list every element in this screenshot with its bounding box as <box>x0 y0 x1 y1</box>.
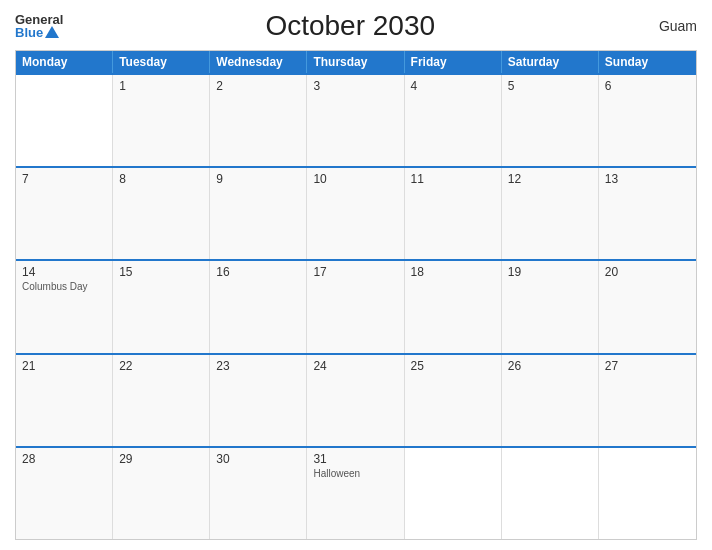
calendar-week-3: 14Columbus Day151617181920 <box>16 259 696 352</box>
calendar-cell <box>502 448 599 539</box>
day-number: 11 <box>411 172 495 186</box>
day-number: 2 <box>216 79 300 93</box>
calendar-cell: 20 <box>599 261 696 352</box>
calendar-cell: 3 <box>307 75 404 166</box>
day-number: 23 <box>216 359 300 373</box>
calendar-cell: 22 <box>113 355 210 446</box>
calendar-cell: 17 <box>307 261 404 352</box>
day-number: 8 <box>119 172 203 186</box>
calendar-cell: 30 <box>210 448 307 539</box>
day-number: 22 <box>119 359 203 373</box>
day-number: 3 <box>313 79 397 93</box>
calendar-cell: 2 <box>210 75 307 166</box>
calendar-cell: 10 <box>307 168 404 259</box>
day-number: 13 <box>605 172 690 186</box>
day-number: 1 <box>119 79 203 93</box>
day-header-tuesday: Tuesday <box>113 51 210 73</box>
calendar-cell: 13 <box>599 168 696 259</box>
calendar-cell: 14Columbus Day <box>16 261 113 352</box>
calendar-cell: 4 <box>405 75 502 166</box>
day-number: 5 <box>508 79 592 93</box>
day-number: 15 <box>119 265 203 279</box>
day-header-friday: Friday <box>405 51 502 73</box>
calendar-week-4: 21222324252627 <box>16 353 696 446</box>
calendar-cell: 31Halloween <box>307 448 404 539</box>
day-number: 18 <box>411 265 495 279</box>
day-number: 16 <box>216 265 300 279</box>
calendar-week-5: 28293031Halloween <box>16 446 696 539</box>
day-number: 31 <box>313 452 397 466</box>
event-label: Columbus Day <box>22 281 106 292</box>
calendar-cell: 18 <box>405 261 502 352</box>
day-header-wednesday: Wednesday <box>210 51 307 73</box>
calendar-cell: 28 <box>16 448 113 539</box>
day-header-thursday: Thursday <box>307 51 404 73</box>
calendar-cell: 27 <box>599 355 696 446</box>
day-number: 12 <box>508 172 592 186</box>
day-number: 30 <box>216 452 300 466</box>
page: General Blue October 2030 Guam MondayTue… <box>0 0 712 550</box>
event-label: Halloween <box>313 468 397 479</box>
day-number: 6 <box>605 79 690 93</box>
calendar-cell: 23 <box>210 355 307 446</box>
day-number: 24 <box>313 359 397 373</box>
calendar-cell: 29 <box>113 448 210 539</box>
calendar-cell: 11 <box>405 168 502 259</box>
calendar-cell: 16 <box>210 261 307 352</box>
calendar-cell: 5 <box>502 75 599 166</box>
calendar-header-row: MondayTuesdayWednesdayThursdayFridaySatu… <box>16 51 696 73</box>
calendar: MondayTuesdayWednesdayThursdayFridaySatu… <box>15 50 697 540</box>
calendar-cell: 6 <box>599 75 696 166</box>
day-number: 20 <box>605 265 690 279</box>
calendar-cell: 24 <box>307 355 404 446</box>
day-number: 4 <box>411 79 495 93</box>
calendar-cell: 9 <box>210 168 307 259</box>
calendar-cell: 26 <box>502 355 599 446</box>
day-number: 21 <box>22 359 106 373</box>
day-number: 10 <box>313 172 397 186</box>
calendar-week-2: 78910111213 <box>16 166 696 259</box>
calendar-week-1: 123456 <box>16 73 696 166</box>
calendar-cell: 25 <box>405 355 502 446</box>
day-number: 29 <box>119 452 203 466</box>
region-label: Guam <box>637 18 697 34</box>
header: General Blue October 2030 Guam <box>15 10 697 42</box>
calendar-body: 1234567891011121314Columbus Day151617181… <box>16 73 696 539</box>
day-header-monday: Monday <box>16 51 113 73</box>
day-number: 26 <box>508 359 592 373</box>
day-number: 25 <box>411 359 495 373</box>
day-number: 19 <box>508 265 592 279</box>
day-header-sunday: Sunday <box>599 51 696 73</box>
logo-blue-text: Blue <box>15 26 59 39</box>
calendar-cell: 12 <box>502 168 599 259</box>
day-number: 28 <box>22 452 106 466</box>
day-number: 17 <box>313 265 397 279</box>
calendar-cell: 21 <box>16 355 113 446</box>
calendar-cell: 1 <box>113 75 210 166</box>
calendar-cell: 7 <box>16 168 113 259</box>
day-header-saturday: Saturday <box>502 51 599 73</box>
calendar-cell: 15 <box>113 261 210 352</box>
calendar-cell: 19 <box>502 261 599 352</box>
logo: General Blue <box>15 13 63 39</box>
calendar-cell <box>405 448 502 539</box>
calendar-cell <box>599 448 696 539</box>
calendar-title: October 2030 <box>63 10 637 42</box>
day-number: 7 <box>22 172 106 186</box>
calendar-cell: 8 <box>113 168 210 259</box>
day-number: 14 <box>22 265 106 279</box>
logo-triangle-icon <box>45 26 59 38</box>
day-number: 9 <box>216 172 300 186</box>
day-number: 27 <box>605 359 690 373</box>
calendar-cell <box>16 75 113 166</box>
